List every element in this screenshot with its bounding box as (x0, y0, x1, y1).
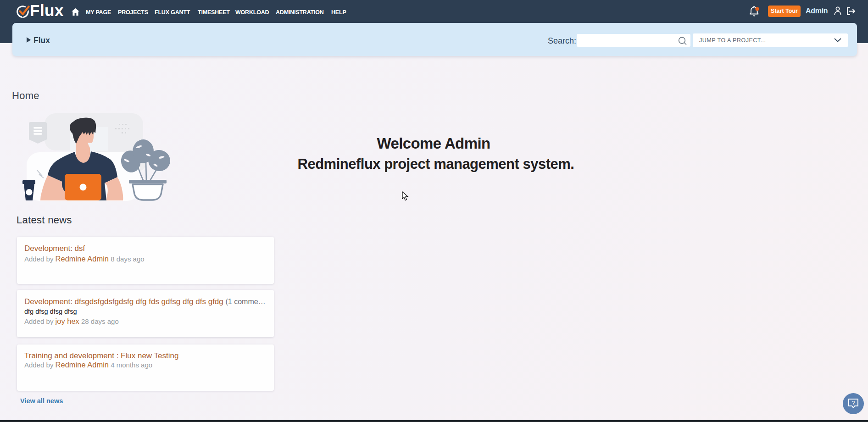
svg-text:?: ? (852, 400, 855, 406)
